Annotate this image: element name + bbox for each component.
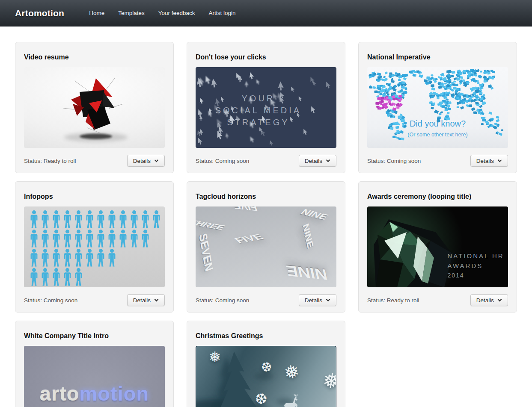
details-button-label: Details <box>305 297 322 304</box>
nav-item-templates[interactable]: Templates <box>111 0 152 27</box>
template-card: Awards ceremony (looping title)NATIONAL … <box>358 181 517 313</box>
card-footer: Status: Ready to rollDetails <box>367 294 508 306</box>
cursor-icon <box>196 130 202 139</box>
tagcloud-word: NINE <box>285 262 329 283</box>
pictogram-row <box>29 249 165 268</box>
chevron-down-icon <box>326 298 330 302</box>
card-footer: Status: Coming soonDetails <box>196 294 336 306</box>
template-card: InfopopsStatus: Coming soonDetails <box>15 181 174 313</box>
thumbnail-subline: (Or some other text here) <box>367 132 508 138</box>
person-icon <box>62 249 72 267</box>
cursor-icon <box>248 72 255 82</box>
card-footer: Status: Coming soonDetails <box>24 294 165 306</box>
person-icon <box>96 210 106 228</box>
person-icon <box>74 249 83 267</box>
card-footer: Status: Coming soonDetails <box>196 155 336 167</box>
person-icon <box>40 268 50 286</box>
details-button[interactable]: Details <box>299 294 336 306</box>
snowflake-icon: ❅ <box>283 362 301 382</box>
thumbnail-caption: NATIONAL HRAWARDS2014 <box>448 251 504 280</box>
tagcloud-word: SEVEN <box>196 232 216 274</box>
person-icon <box>40 249 50 267</box>
person-icon <box>107 249 117 267</box>
card-title: Don't lose your clicks <box>196 53 336 62</box>
pictogram-row <box>29 268 165 287</box>
details-button[interactable]: Details <box>127 155 165 167</box>
person-icon <box>29 268 39 286</box>
template-card: Video resumeStatus: Ready to rollDetails <box>15 42 174 173</box>
cursor-icon <box>196 77 205 91</box>
person-icon <box>96 249 106 267</box>
person-icon <box>107 210 117 228</box>
template-card: Christmas Greetings❅❆❅❆❅ <box>187 321 345 407</box>
card-title: Infopops <box>24 192 165 201</box>
template-thumbnail[interactable]: artomotion <box>24 346 165 407</box>
cursor-icon <box>269 140 274 148</box>
template-thumbnail[interactable]: ❅❆❅❆❅ <box>196 346 336 407</box>
person-icon <box>62 230 72 248</box>
template-thumbnail[interactable]: Did you know?(Or some other text here) <box>367 67 508 148</box>
nav-item-your-feedback[interactable]: Your feedback <box>152 0 202 27</box>
details-button-label: Details <box>133 297 151 304</box>
person-icon <box>40 230 50 248</box>
thumbnail-headline: Did you know? <box>367 119 508 129</box>
template-card: Don't lose your clicksYOURSOCIAL MEDIAST… <box>187 42 345 173</box>
person-icon <box>85 210 95 228</box>
person-icon <box>40 210 50 228</box>
template-thumbnail[interactable] <box>24 67 165 148</box>
snowflake-icon: ❅ <box>209 350 221 364</box>
details-button[interactable]: Details <box>299 155 336 167</box>
card-footer: Status: Ready to rollDetails <box>24 155 165 167</box>
tagcloud-word: THREE <box>196 218 227 231</box>
cursor-icon <box>313 80 316 88</box>
status-text: Status: Coming soon <box>196 297 249 304</box>
tagcloud-word: NINE <box>298 207 331 221</box>
person-icon <box>62 210 72 228</box>
card-title: Video resume <box>24 53 165 62</box>
person-icon <box>51 268 61 286</box>
template-thumbnail[interactable]: NATIONAL HRAWARDS2014 <box>367 206 508 287</box>
cursor-icon <box>303 129 308 137</box>
details-button[interactable]: Details <box>470 294 508 306</box>
template-thumbnail[interactable] <box>24 206 165 287</box>
person-icon <box>51 249 61 267</box>
person-icon <box>74 230 83 248</box>
template-card: National ImperativeDid you know?(Or some… <box>358 42 517 173</box>
details-button-label: Details <box>476 158 494 164</box>
template-thumbnail[interactable]: THREEFIVENINEFIVENINESEVENNINE <box>196 206 336 287</box>
person-icon <box>51 210 61 228</box>
snowflake-icon: ❆ <box>254 390 269 407</box>
card-title: National Imperative <box>367 53 508 62</box>
card-title: Awards ceremony (looping title) <box>367 192 508 201</box>
person-icon <box>62 268 72 286</box>
person-icon <box>74 210 83 228</box>
status-text: Status: Coming soon <box>24 297 77 304</box>
nav-item-home[interactable]: Home <box>82 0 111 27</box>
person-icon <box>29 249 39 267</box>
artomotion-logo: artomotion <box>40 382 149 405</box>
brand-logo: Artomotion <box>15 8 64 18</box>
tagcloud-word: NINE <box>301 222 315 250</box>
person-icon <box>29 230 39 248</box>
cursor-icon <box>224 133 230 141</box>
template-thumbnail[interactable]: YOURSOCIAL MEDIASTRATEGY <box>196 67 336 148</box>
person-icon <box>129 210 139 228</box>
person-icon <box>140 210 150 228</box>
person-icon <box>140 230 150 248</box>
chevron-down-icon <box>497 298 502 302</box>
card-footer: Status: Coming soonDetails <box>367 155 508 167</box>
details-button-label: Details <box>305 158 322 164</box>
person-icon <box>74 268 83 286</box>
nav-item-artist-login[interactable]: Artist login <box>202 0 243 27</box>
thumbnail-caption: YOURSOCIAL MEDIASTRATEGY <box>196 92 321 128</box>
template-card: Tagcloud horizonsTHREEFIVENINEFIVENINESE… <box>187 181 345 313</box>
person-icon <box>118 230 128 248</box>
tagcloud-word: FIVE <box>232 206 259 213</box>
tagcloud-word: FIVE <box>232 233 266 245</box>
person-icon <box>51 230 61 248</box>
details-button[interactable]: Details <box>127 294 165 306</box>
details-button-label: Details <box>133 158 151 164</box>
cursor-icon <box>326 81 331 91</box>
details-button[interactable]: Details <box>470 155 508 167</box>
cursor-icon <box>250 136 255 145</box>
